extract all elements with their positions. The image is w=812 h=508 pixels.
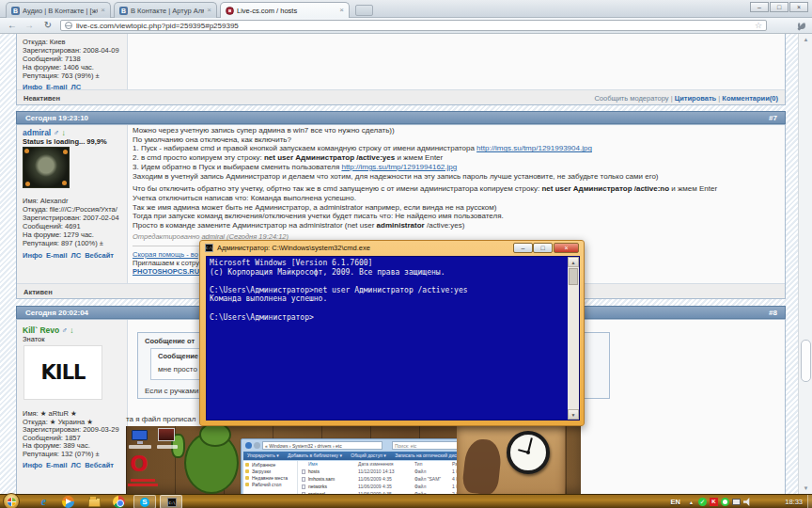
nav-item[interactable]: Загрузки <box>243 468 297 474</box>
tab-close-icon[interactable]: × <box>339 7 344 14</box>
tab-close-icon[interactable]: × <box>207 7 211 14</box>
user-website-link[interactable]: Вебсайт <box>85 251 114 260</box>
reload-icon[interactable]: ↻ <box>41 20 55 31</box>
username-link[interactable]: admiral <box>23 128 51 137</box>
address-bar[interactable]: live-cs.com/viewtopic.php?pid=259395#p25… <box>60 20 767 31</box>
tab-vk-profile[interactable]: В В Контакте | Артур Алмаз... × <box>114 2 217 18</box>
scroll-up-icon[interactable]: ▲ <box>799 37 812 42</box>
toolbar-item[interactable]: Добавить в библиотеку ▾ <box>288 452 342 458</box>
console-output: Microsoft Windows [Version 6.1.7600] (c)… <box>210 259 565 322</box>
post-text-line: Так же имя админа может быть не Админист… <box>133 203 777 213</box>
toolbar-item[interactable]: Упорядочить ▾ <box>247 452 279 458</box>
forward-icon[interactable]: → <box>23 20 36 31</box>
show-desktop-button[interactable] <box>807 495 812 508</box>
user-pm-link[interactable]: ЛС <box>70 461 81 469</box>
browser-menu-wrench-icon[interactable] <box>796 22 805 31</box>
window-close-button[interactable]: × <box>789 2 808 12</box>
back-icon[interactable]: ← <box>6 20 19 31</box>
imgs-link[interactable]: http://imgs.su/tmp/1291993904.jpg <box>476 144 592 152</box>
console-scroll-thumb[interactable] <box>569 268 578 285</box>
tab-close-icon[interactable]: × <box>101 7 105 14</box>
command-text: net user Администратор /active:no <box>541 184 669 193</box>
console-line: Microsoft Windows [Version 6.1.7600] <box>210 259 565 268</box>
window-restore-button[interactable]: □ <box>770 2 789 12</box>
cmd-minimize-button[interactable]: – <box>513 243 533 253</box>
post-number-link[interactable]: #8 <box>769 307 777 319</box>
tab-livecs-active[interactable]: Live-cs.com / hosts × <box>220 2 350 18</box>
report-moderator-link[interactable]: Сообщить модератору <box>594 94 668 103</box>
signature-link[interactable]: Скорая помощь - во <box>133 250 198 259</box>
cmd-close-button[interactable]: × <box>554 243 579 253</box>
cmd-maximize-button[interactable]: □ <box>533 243 553 253</box>
explorer-body: Избранное Загрузки Недавние места Рабочи… <box>243 461 475 494</box>
explorer-toolbar: Упорядочить ▾ Добавить в библиотеку ▾ Об… <box>243 452 475 460</box>
quote-outer-label: Сообщение от <box>145 337 195 345</box>
column-header[interactable]: Имя <box>308 461 318 467</box>
imgs-link[interactable]: http://imgs.su/tmp/1291994162.jpg <box>341 163 457 171</box>
console-scroll-down-icon[interactable]: ▼ <box>568 409 579 420</box>
url-text[interactable]: live-cs.com/viewtopic.php?pid=259395#p25… <box>76 22 751 30</box>
scroll-down-icon[interactable]: ▼ <box>799 485 812 491</box>
scrollbar-thumb[interactable] <box>801 340 811 382</box>
user-info-line: Сообщений: 7138 <box>23 55 81 63</box>
cmd-window[interactable]: C:\ Администратор: C:\Windows\system32\c… <box>199 240 585 426</box>
explorer-forward-icon[interactable] <box>254 442 260 449</box>
cmd-titlebar[interactable]: C:\ Администратор: C:\Windows\system32\c… <box>200 241 584 255</box>
taskbar-explorer-icon[interactable] <box>88 498 101 507</box>
tray-antivirus-icon[interactable]: K <box>710 498 718 506</box>
comments-link[interactable]: Комментарии(0) <box>722 94 778 103</box>
signature-site-link[interactable]: PHOTOSHOPCS.RU <box>133 267 199 276</box>
toolbar-item[interactable]: Общий доступ ▾ <box>351 452 386 458</box>
taskbar-chrome-icon[interactable] <box>113 496 125 508</box>
tab-vk-audio[interactable]: В Аудио | В Контакте | [жО... × <box>6 2 111 18</box>
opera-logo-icon[interactable]: O <box>130 452 148 476</box>
post-number-link[interactable]: #7 <box>769 112 777 124</box>
signature-text: Приглашаем к сотру <box>133 259 199 267</box>
user-email-link[interactable]: E-mail <box>46 461 68 469</box>
taskbar-ie-icon[interactable]: e <box>38 496 50 508</box>
tray-network-icon[interactable] <box>732 499 741 505</box>
start-button[interactable] <box>3 493 20 508</box>
explorer-address-row: « Windows › System32 › drivers › etc Пои… <box>243 441 475 450</box>
column-header[interactable]: Дата изменения <box>358 461 394 467</box>
quote-inner-text: мне просто <box>158 365 197 373</box>
user-info-link[interactable]: Инфо <box>23 251 42 260</box>
nav-item[interactable]: Рабочий стол <box>243 481 297 487</box>
new-tab-button[interactable] <box>355 5 373 16</box>
taskbar-clock[interactable]: 18:33 <box>785 498 803 506</box>
desktop-picture-icon[interactable] <box>158 428 175 441</box>
toolbar-item[interactable]: Записать на оптический диск <box>395 452 459 458</box>
explorer-back-icon[interactable] <box>245 442 252 449</box>
tray-expand-icon[interactable]: ▲ <box>689 500 694 505</box>
taskbar-cmd-button[interactable]: C:\ <box>160 495 182 508</box>
desktop-computer-icon[interactable] <box>132 430 148 440</box>
tray-volume-icon[interactable] <box>743 498 752 506</box>
username-link[interactable]: Kill` Revo <box>23 325 59 335</box>
window-minimize-button[interactable]: – <box>750 2 769 12</box>
taskbar-media-player-icon[interactable] <box>62 496 74 508</box>
explorer-file-list: Имя Дата изменения Тип Размер hosts11/12… <box>300 461 475 494</box>
explorer-window[interactable]: « Windows › System32 › drivers › etc Пои… <box>241 438 477 494</box>
explorer-breadcrumb[interactable]: « Windows › System32 › drivers › etc <box>262 441 383 450</box>
nav-item[interactable]: Избранное <box>243 461 297 468</box>
user-email-link[interactable]: E-mail <box>46 251 68 260</box>
user-pm-link[interactable]: ЛС <box>70 251 81 260</box>
column-header[interactable]: Тип <box>414 461 422 467</box>
tray-messenger-icon[interactable] <box>721 498 729 506</box>
bookmark-star-icon[interactable]: ☆ <box>755 22 762 30</box>
console-scroll-up-icon[interactable]: ▲ <box>568 257 579 267</box>
taskbar-skype-button[interactable]: S <box>133 495 156 508</box>
desktop-icon-label <box>129 445 151 449</box>
user-website-link[interactable]: Вебсайт <box>85 461 114 469</box>
language-indicator[interactable]: EN <box>671 498 680 506</box>
tray-shield-icon[interactable]: ✓ <box>698 498 707 506</box>
quote-link[interactable]: Цитировать <box>675 94 717 103</box>
browser-scrollbar[interactable]: ▲ ▼ <box>798 34 812 494</box>
user-arrow-icon: ↓ <box>61 128 65 137</box>
post-text-line: та я файл прописал <box>126 415 195 423</box>
user-info-link[interactable]: Инфо <box>23 461 42 469</box>
cmd-console[interactable]: Microsoft Windows [Version 6.1.7600] (c)… <box>206 256 580 421</box>
nav-item[interactable]: Недавние места <box>243 474 297 481</box>
attached-screenshot-image[interactable]: O S « Windows › System32 › drivers › etc <box>126 426 581 494</box>
console-scrollbar[interactable]: ▲ ▼ <box>568 257 579 420</box>
